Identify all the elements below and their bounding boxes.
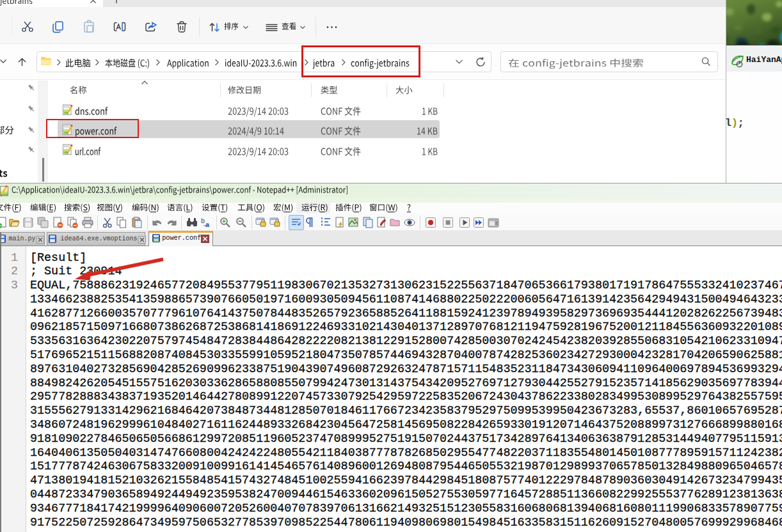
svg-text:a: a <box>205 221 210 228</box>
svg-text:b: b <box>201 217 205 224</box>
